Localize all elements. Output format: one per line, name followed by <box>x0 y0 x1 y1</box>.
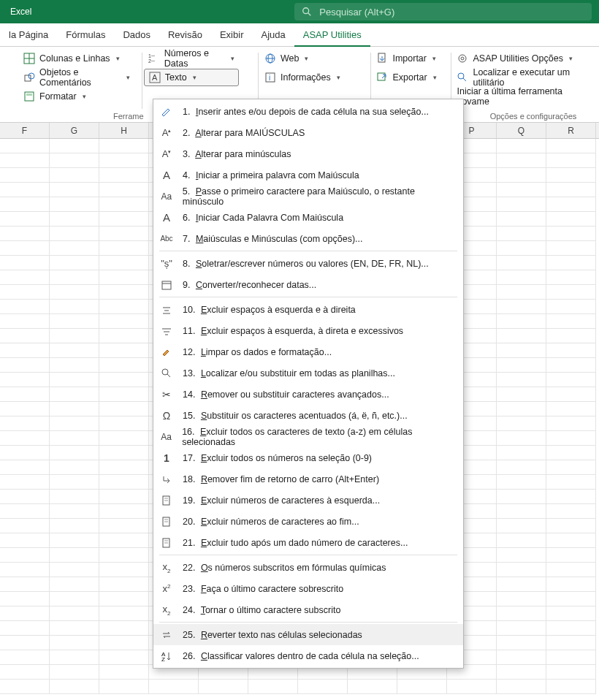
tab-exibir[interactable]: Exibir <box>211 23 253 47</box>
cell[interactable] <box>497 446 546 460</box>
cell[interactable] <box>99 504 149 519</box>
cell[interactable] <box>497 197 546 212</box>
cell[interactable] <box>149 680 199 694</box>
cell[interactable] <box>546 402 596 416</box>
localizar-utilitario-button[interactable]: Localizar e executar um utilitário <box>452 69 593 86</box>
cell[interactable] <box>497 256 546 270</box>
column-header[interactable]: H <box>99 123 149 138</box>
cell[interactable] <box>546 153 596 168</box>
cell[interactable] <box>546 139 596 153</box>
cell[interactable] <box>99 460 149 475</box>
cell[interactable] <box>99 621 149 636</box>
tab-revisão[interactable]: Revisão <box>159 23 211 47</box>
menu-item[interactable]: A4. Iniciar a primeira palavra com Maiús… <box>153 164 463 186</box>
cell[interactable] <box>50 285 99 300</box>
cell[interactable] <box>0 548 50 563</box>
web-button[interactable]: Web▾ <box>260 50 337 67</box>
tab-asap-utilities[interactable]: ASAP Utilities <box>294 23 370 47</box>
cell[interactable] <box>546 197 596 212</box>
cell[interactable] <box>0 621 50 636</box>
menu-item[interactable]: 13. Localizar e/ou substituir em todas a… <box>153 362 463 384</box>
cell[interactable] <box>50 343 99 358</box>
cell[interactable] <box>50 431 99 446</box>
cell[interactable] <box>0 490 50 504</box>
cell[interactable] <box>546 606 596 621</box>
cell[interactable] <box>99 533 149 548</box>
cell[interactable] <box>546 270 596 285</box>
cell[interactable] <box>0 460 50 475</box>
cell[interactable] <box>0 636 50 650</box>
menu-item[interactable]: Aa5. Passe o primeiro caractere para Mai… <box>153 186 463 207</box>
cell[interactable] <box>0 577 50 592</box>
cell[interactable] <box>0 519 50 533</box>
informacoes-button[interactable]: iInformações▾ <box>260 69 337 86</box>
cell[interactable] <box>99 475 149 490</box>
cell[interactable] <box>99 212 149 227</box>
cell[interactable] <box>497 577 546 592</box>
cell[interactable] <box>546 387 596 402</box>
cell[interactable] <box>99 490 149 504</box>
cell[interactable] <box>546 680 596 694</box>
cell[interactable] <box>497 168 546 183</box>
cell[interactable] <box>99 446 149 460</box>
cell[interactable] <box>546 256 596 270</box>
cell[interactable] <box>497 490 546 504</box>
menu-item[interactable]: A6. Iniciar Cada Palavra Com Maiúscula <box>153 207 463 228</box>
cell[interactable] <box>497 285 546 300</box>
cell[interactable] <box>497 504 546 519</box>
cell[interactable] <box>546 373 596 387</box>
cell[interactable] <box>546 504 596 519</box>
cell[interactable] <box>99 636 149 650</box>
cell[interactable] <box>50 606 99 621</box>
menu-item[interactable]: AZ26. Classificar valores dentro de cada… <box>153 645 463 666</box>
cell[interactable] <box>0 256 50 270</box>
cell[interactable] <box>99 329 149 343</box>
menu-item[interactable]: Ω15. Substituir os caracteres acentuados… <box>153 405 463 426</box>
cell[interactable] <box>546 431 596 446</box>
texto-button[interactable]: ATexto▾ <box>144 69 239 86</box>
cell[interactable] <box>50 183 99 197</box>
cell[interactable] <box>497 533 546 548</box>
objetos-comentarios-button[interactable]: Objetos e Comentários▾ <box>19 69 134 86</box>
tab-ajuda[interactable]: Ajuda <box>252 23 294 47</box>
cell[interactable] <box>546 285 596 300</box>
cell[interactable] <box>0 373 50 387</box>
cell[interactable] <box>50 153 99 168</box>
cell[interactable] <box>0 665 50 680</box>
cell[interactable] <box>497 621 546 636</box>
cell[interactable] <box>497 227 546 241</box>
column-header[interactable]: R <box>546 123 596 138</box>
cell[interactable] <box>0 504 50 519</box>
cell[interactable] <box>99 665 149 680</box>
menu-item[interactable]: A▾3. Alterar para minúsculas <box>153 143 463 164</box>
search-box[interactable]: Pesquisar (Alt+G) <box>294 3 592 20</box>
menu-item[interactable]: 10. Excluir espaços à esquerda e à direi… <box>153 299 463 320</box>
cell[interactable] <box>497 343 546 358</box>
cell[interactable] <box>99 343 149 358</box>
cell[interactable] <box>99 650 149 665</box>
cell[interactable] <box>0 139 50 153</box>
cell[interactable] <box>50 548 99 563</box>
cell[interactable] <box>0 183 50 197</box>
cell[interactable] <box>546 358 596 373</box>
menu-item[interactable]: 18. Remover fim de retorno de carro (Alt… <box>153 468 463 490</box>
cell[interactable] <box>99 241 149 256</box>
cell[interactable] <box>50 197 99 212</box>
cell[interactable] <box>0 270 50 285</box>
menu-item[interactable]: 12. Limpar os dados e formatação... <box>153 341 463 362</box>
cell[interactable] <box>0 329 50 343</box>
cell[interactable] <box>497 153 546 168</box>
tab-fórmulas[interactable]: Fórmulas <box>57 23 114 47</box>
cell[interactable] <box>0 475 50 490</box>
cell[interactable] <box>497 387 546 402</box>
formatar-button[interactable]: Formatar▾ <box>19 88 134 105</box>
cell[interactable] <box>99 197 149 212</box>
cell[interactable] <box>0 343 50 358</box>
cell[interactable] <box>546 519 596 533</box>
menu-item[interactable]: x223. Faça o último caractere sobrescrit… <box>153 578 463 599</box>
cell[interactable] <box>50 636 99 650</box>
tab-la-página[interactable]: la Página <box>0 23 57 47</box>
menu-item[interactable]: 20. Excluir números de caracteres ao fim… <box>153 511 463 532</box>
cell[interactable] <box>546 592 596 606</box>
cell[interactable] <box>50 402 99 416</box>
